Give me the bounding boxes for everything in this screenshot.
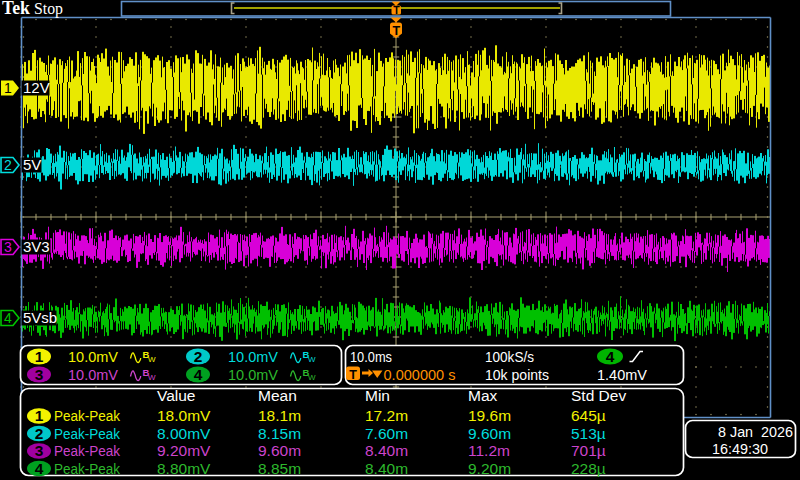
svg-text:3V3: 3V3 (23, 238, 50, 255)
svg-text:Mean: Mean (258, 387, 297, 404)
svg-text:W: W (308, 373, 316, 382)
svg-text:513µ: 513µ (571, 425, 606, 442)
svg-text:3: 3 (35, 442, 44, 459)
svg-text:9.20m: 9.20m (468, 460, 511, 477)
svg-text:645µ: 645µ (571, 407, 606, 424)
svg-text:3: 3 (4, 239, 12, 255)
svg-text:9.60m: 9.60m (258, 442, 301, 459)
svg-text:1: 1 (35, 348, 44, 365)
svg-text:1: 1 (35, 407, 44, 424)
svg-text:4: 4 (4, 310, 12, 326)
svg-text:1: 1 (4, 80, 12, 96)
svg-text:2: 2 (35, 425, 44, 442)
svg-text:17.2m: 17.2m (365, 407, 408, 424)
svg-text:Std Dev: Std Dev (571, 387, 626, 404)
svg-text:10.0mV: 10.0mV (68, 366, 119, 383)
svg-text:Tek: Tek (2, 0, 30, 18)
svg-text:Min: Min (365, 387, 390, 404)
svg-text:T: T (393, 4, 400, 16)
svg-text:701µ: 701µ (571, 442, 606, 459)
svg-text:8.15m: 8.15m (258, 425, 301, 442)
svg-text:W: W (148, 355, 156, 364)
svg-text:Value: Value (157, 387, 196, 404)
svg-text:Peak-Peak: Peak-Peak (54, 442, 120, 459)
svg-text:10.0mV: 10.0mV (228, 366, 279, 383)
svg-text:2: 2 (194, 348, 203, 365)
svg-text:12V: 12V (23, 79, 50, 96)
svg-text:Stop: Stop (34, 0, 63, 18)
svg-text:9.60m: 9.60m (468, 425, 511, 442)
svg-text:100kS/s: 100kS/s (485, 348, 534, 365)
svg-text:5Vsb: 5Vsb (23, 309, 57, 326)
svg-text:4: 4 (606, 348, 615, 365)
svg-text:Max: Max (468, 387, 498, 404)
svg-text:10k points: 10k points (485, 366, 549, 383)
svg-text:11.2m: 11.2m (468, 442, 510, 459)
svg-text:18.1m: 18.1m (258, 407, 301, 424)
svg-text:10.0ms: 10.0ms (350, 348, 392, 365)
svg-text:18.0mV: 18.0mV (157, 407, 211, 424)
svg-text:W: W (308, 355, 316, 364)
svg-text:T: T (393, 24, 401, 38)
svg-text:5V: 5V (23, 156, 41, 173)
svg-text:8.00mV: 8.00mV (157, 425, 211, 442)
svg-text:9.20mV: 9.20mV (157, 442, 211, 459)
svg-text:Peak-Peak: Peak-Peak (54, 460, 120, 477)
svg-text:16:49:30: 16:49:30 (712, 440, 768, 457)
svg-text:2: 2 (4, 157, 12, 173)
svg-text:10.0mV: 10.0mV (228, 348, 279, 365)
svg-text:T: T (349, 368, 357, 382)
svg-text:8 Jan 2026: 8 Jan 2026 (718, 423, 793, 440)
svg-text:8.40m: 8.40m (365, 442, 408, 459)
svg-text:8.80mV: 8.80mV (157, 460, 211, 477)
svg-text:1.40mV: 1.40mV (597, 366, 648, 383)
svg-text:Peak-Peak: Peak-Peak (54, 425, 120, 442)
svg-text:8.85m: 8.85m (258, 460, 301, 477)
svg-text:4: 4 (194, 366, 203, 383)
svg-text:7.60m: 7.60m (365, 425, 408, 442)
svg-text:Peak-Peak: Peak-Peak (54, 407, 120, 424)
svg-text:4: 4 (35, 460, 44, 477)
svg-text:8.40m: 8.40m (365, 460, 408, 477)
svg-text:19.6m: 19.6m (468, 407, 511, 424)
svg-text:3: 3 (35, 366, 44, 383)
svg-text:228µ: 228µ (571, 460, 606, 477)
svg-text:W: W (148, 373, 156, 382)
svg-text:0.000000 s: 0.000000 s (384, 366, 456, 383)
svg-text:10.0mV: 10.0mV (68, 348, 119, 365)
